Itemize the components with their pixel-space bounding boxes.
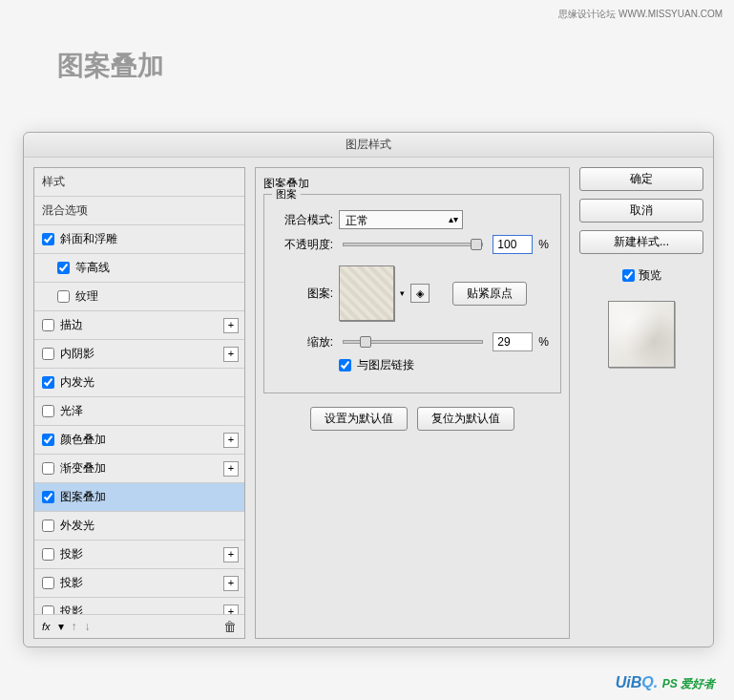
settings-title: 图案叠加 <box>263 176 561 192</box>
percent-label: % <box>538 238 549 251</box>
link-layer-checkbox[interactable] <box>339 359 351 371</box>
scale-label: 缩放: <box>276 334 333 350</box>
style-checkbox[interactable] <box>42 233 54 245</box>
style-checkbox[interactable] <box>42 491 54 503</box>
reset-default-button[interactable]: 复位为默认值 <box>417 407 514 431</box>
blend-mode-value: 正常 <box>346 214 368 227</box>
snap-origin-button[interactable]: 贴紧原点 <box>452 282 527 306</box>
ok-button[interactable]: 确定 <box>579 167 703 191</box>
style-label: 混合选项 <box>42 202 88 219</box>
style-label: 外发光 <box>60 518 94 534</box>
style-checkbox[interactable] <box>42 319 54 331</box>
opacity-slider[interactable] <box>343 243 483 246</box>
blend-mode-label: 混合模式: <box>276 212 333 228</box>
style-row[interactable]: 等高线 <box>34 254 244 283</box>
move-up-icon[interactable]: ↑ <box>72 620 77 633</box>
style-checkbox[interactable] <box>42 520 54 532</box>
fieldset-legend: 图案 <box>272 187 301 202</box>
pattern-label: 图案: <box>276 286 333 302</box>
style-row[interactable]: 渐变叠加+ <box>34 455 244 483</box>
add-effect-icon[interactable]: + <box>223 433 239 448</box>
pattern-fieldset: 图案 混合模式: 正常 ▴▾ 不透明度: 100 % 图案: <box>263 194 561 393</box>
style-checkbox[interactable] <box>57 290 70 303</box>
blend-mode-select[interactable]: 正常 ▴▾ <box>339 210 463 229</box>
style-row[interactable]: 图案叠加 <box>34 483 244 512</box>
opacity-input[interactable]: 100 <box>493 235 533 254</box>
preview-checkbox[interactable] <box>622 269 635 282</box>
slider-thumb[interactable] <box>471 239 482 250</box>
style-label: 斜面和浮雕 <box>60 231 117 247</box>
pattern-thumbnail[interactable] <box>339 265 394 321</box>
preview-thumbnail <box>608 301 675 368</box>
move-down-icon[interactable]: ↓ <box>85 620 91 633</box>
source-caption: 思缘设计论坛 WWW.MISSYUAN.COM <box>558 8 723 21</box>
style-label: 颜色叠加 <box>60 432 106 448</box>
new-style-button[interactable]: 新建样式... <box>579 230 703 254</box>
fx-menu[interactable]: fx <box>42 621 51 632</box>
dialog-title: 图层样式 <box>24 133 713 158</box>
style-checkbox[interactable] <box>42 405 54 417</box>
scale-slider[interactable] <box>343 340 483 344</box>
style-label: 描边 <box>60 317 83 333</box>
style-label: 投影 <box>60 546 83 562</box>
style-checkbox[interactable] <box>42 605 54 614</box>
percent-label: % <box>538 335 549 349</box>
add-effect-icon[interactable]: + <box>223 318 239 333</box>
style-label: 投影 <box>60 575 83 591</box>
trash-icon[interactable]: 🗑 <box>223 619 237 634</box>
style-row[interactable]: 光泽 <box>34 397 244 426</box>
style-row[interactable]: 混合选项 <box>34 197 244 225</box>
style-label: 渐变叠加 <box>60 460 106 477</box>
scale-input[interactable]: 29 <box>493 332 533 351</box>
add-effect-icon[interactable]: + <box>223 576 239 591</box>
cancel-button[interactable]: 取消 <box>579 199 703 223</box>
add-effect-icon[interactable]: + <box>223 347 239 362</box>
style-checkbox[interactable] <box>42 376 54 389</box>
style-checkbox[interactable] <box>42 577 54 589</box>
opacity-label: 不透明度: <box>276 237 333 253</box>
style-label: 样式 <box>42 174 65 190</box>
add-effect-icon[interactable]: + <box>223 461 239 477</box>
chevron-updown-icon: ▴▾ <box>449 214 458 224</box>
style-row[interactable]: 外发光 <box>34 512 244 541</box>
styles-footer: fx ▾ ↑ ↓ 🗑 <box>34 614 244 638</box>
settings-panel: 图案叠加 图案 混合模式: 正常 ▴▾ 不透明度: 100 % <box>255 167 570 639</box>
styles-list: 样式混合选项斜面和浮雕等高线纹理描边+内阴影+内发光光泽颜色叠加+渐变叠加+图案… <box>34 168 244 614</box>
style-row[interactable]: 内发光 <box>34 369 244 397</box>
style-label: 内发光 <box>60 374 94 391</box>
add-effect-icon[interactable]: + <box>223 605 239 615</box>
style-row[interactable]: 内阴影+ <box>34 340 244 369</box>
layer-style-dialog: 图层样式 样式混合选项斜面和浮雕等高线纹理描边+内阴影+内发光光泽颜色叠加+渐变… <box>23 132 714 647</box>
style-checkbox[interactable] <box>42 548 54 561</box>
style-label: 投影 <box>60 604 83 614</box>
style-row[interactable]: 纹理 <box>34 283 244 311</box>
style-row[interactable]: 描边+ <box>34 311 244 340</box>
preview-label: 预览 <box>639 267 661 284</box>
style-row[interactable]: 投影+ <box>34 569 244 598</box>
style-row[interactable]: 样式 <box>34 168 244 197</box>
style-row[interactable]: 投影+ <box>34 598 244 614</box>
style-label: 图案叠加 <box>60 489 106 505</box>
style-checkbox[interactable] <box>42 348 54 360</box>
link-layer-label: 与图层链接 <box>357 357 414 373</box>
set-default-button[interactable]: 设置为默认值 <box>310 407 408 431</box>
pattern-dropdown-icon[interactable]: ▾ <box>400 288 405 298</box>
watermark: UiBQ. PS 爱好者 <box>616 674 715 692</box>
add-effect-icon[interactable]: + <box>223 547 239 562</box>
style-row[interactable]: 颜色叠加+ <box>34 426 244 455</box>
style-checkbox[interactable] <box>42 462 54 475</box>
styles-list-panel: 样式混合选项斜面和浮雕等高线纹理描边+内阴影+内发光光泽颜色叠加+渐变叠加+图案… <box>33 167 245 639</box>
style-row[interactable]: 斜面和浮雕 <box>34 225 244 254</box>
style-label: 内阴影 <box>60 346 94 362</box>
style-checkbox[interactable] <box>42 434 54 446</box>
create-pattern-icon[interactable]: ◈ <box>410 284 430 303</box>
style-label: 纹理 <box>75 288 98 305</box>
style-row[interactable]: 投影+ <box>34 541 244 569</box>
style-checkbox[interactable] <box>57 262 70 274</box>
page-title: 图案叠加 <box>57 48 164 84</box>
right-button-panel: 确定 取消 新建样式... 预览 <box>579 167 703 639</box>
slider-thumb[interactable] <box>360 336 371 348</box>
style-label: 光泽 <box>60 403 83 419</box>
fx-dropdown-icon[interactable]: ▾ <box>58 620 64 633</box>
style-label: 等高线 <box>75 260 110 276</box>
